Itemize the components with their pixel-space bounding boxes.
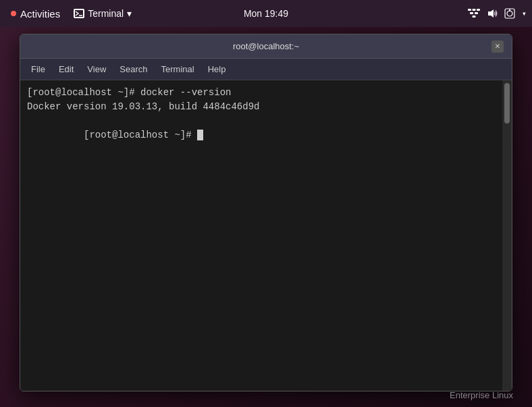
terminal-app-label: Terminal — [88, 8, 124, 19]
svg-rect-3 — [477, 9, 480, 11]
topbar-left: Activities Terminal ▾ — [5, 5, 137, 22]
close-button[interactable]: ✕ — [491, 40, 504, 53]
menu-search[interactable]: Search — [114, 62, 153, 76]
network-icon[interactable] — [468, 9, 480, 18]
svg-rect-5 — [475, 12, 478, 14]
svg-marker-7 — [488, 9, 494, 18]
datetime-display: Mon 19:49 — [244, 8, 288, 19]
system-topbar: Activities Terminal ▾ Mon 19:49 — [0, 0, 532, 27]
menu-bar: File Edit View Search Terminal Help — [20, 59, 512, 80]
power-icon[interactable] — [504, 8, 515, 19]
terminal-window: root@localhost:~ ✕ File Edit View Search… — [20, 34, 512, 391]
menu-file[interactable]: File — [26, 62, 51, 76]
menu-view[interactable]: View — [82, 62, 111, 76]
terminal-line-1: [root@localhost ~]# docker --version — [27, 86, 505, 100]
title-bar: root@localhost:~ ✕ — [20, 34, 512, 59]
system-dropdown-arrow[interactable]: ▾ — [522, 9, 527, 19]
svg-rect-1 — [468, 9, 471, 11]
svg-rect-4 — [470, 12, 473, 14]
terminal-app-button[interactable]: Terminal ▾ — [68, 5, 137, 22]
svg-point-9 — [507, 11, 512, 16]
terminal-output[interactable]: [root@localhost ~]# docker --version Doc… — [20, 80, 512, 391]
window-title: root@localhost:~ — [233, 41, 299, 51]
scrollbar-thumb[interactable] — [504, 83, 510, 124]
topbar-clock: Mon 19:49 — [244, 8, 288, 19]
desktop: root@localhost:~ ✕ File Edit View Search… — [0, 27, 532, 407]
svg-rect-2 — [472, 9, 475, 11]
scrollbar-track[interactable] — [502, 80, 512, 391]
enterprise-watermark: Enterprise Linux — [450, 390, 512, 391]
close-icon: ✕ — [495, 42, 500, 51]
activities-label: Activities — [20, 8, 60, 20]
activities-dot — [11, 11, 16, 16]
terminal-prompt: [root@localhost ~]# — [84, 130, 197, 140]
terminal-line-2: Docker version 19.03.13, build 4484c46d9… — [27, 100, 505, 114]
menu-terminal[interactable]: Terminal — [156, 62, 200, 76]
activities-button[interactable]: Activities — [5, 5, 65, 22]
terminal-cursor — [197, 130, 203, 140]
terminal-body[interactable]: [root@localhost ~]# docker --version Doc… — [20, 80, 512, 391]
menu-help[interactable]: Help — [203, 62, 232, 76]
terminal-app-icon — [74, 9, 84, 18]
terminal-line-3: [root@localhost ~]# — [27, 114, 505, 157]
svg-rect-6 — [472, 16, 475, 18]
menu-edit[interactable]: Edit — [53, 62, 79, 76]
terminal-dropdown-arrow: ▾ — [127, 8, 132, 19]
topbar-right: ▾ — [468, 8, 527, 19]
volume-icon[interactable] — [487, 8, 498, 19]
